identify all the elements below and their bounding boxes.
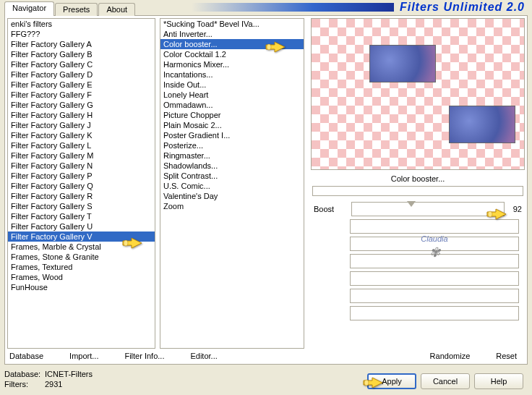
- boost-slider[interactable]: [351, 202, 505, 216]
- category-item[interactable]: Filter Factory Gallery B: [8, 49, 155, 59]
- filter-item[interactable]: Inside Out...: [160, 80, 304, 90]
- category-item[interactable]: Filter Factory Gallery T: [8, 211, 155, 221]
- category-item[interactable]: Filter Factory Gallery C: [8, 59, 155, 69]
- right-pane: Color booster... Boost 92 Claudia✾: [311, 18, 525, 344]
- footer-info: Database:ICNET-Filters Filters:2931: [4, 369, 93, 389]
- category-item[interactable]: Filter Factory Gallery P: [8, 171, 155, 181]
- filter-item[interactable]: Valentine's Day: [160, 191, 304, 201]
- filter-item[interactable]: Picture Chopper: [160, 110, 304, 120]
- category-item[interactable]: Frames, Stone & Granite: [8, 252, 155, 262]
- main-panel: enki's filtersFFG???Filter Factory Galle…: [4, 15, 528, 365]
- filters-count-label: Filters:: [4, 379, 45, 389]
- filter-item[interactable]: Ommadawn...: [160, 100, 304, 110]
- current-filter-name: Color booster...: [311, 170, 525, 184]
- footer: Database:ICNET-Filters Filters:2931 Appl…: [4, 366, 528, 395]
- editor-link[interactable]: Editor...: [190, 352, 217, 360]
- category-item[interactable]: Frames, Wood: [8, 272, 155, 282]
- randomize-link[interactable]: Randomize: [430, 352, 471, 360]
- category-item[interactable]: Filter Factory Gallery H: [8, 110, 155, 120]
- category-item[interactable]: FunHouse: [8, 282, 155, 292]
- watermark: Claudia✾: [402, 233, 467, 260]
- category-item[interactable]: Filter Factory Gallery R: [8, 191, 155, 201]
- filter-item[interactable]: *Sucking Toad* Bevel IVa...: [160, 19, 304, 29]
- category-item[interactable]: Filter Factory Gallery D: [8, 69, 155, 80]
- filter-item[interactable]: Plain Mosaic 2...: [160, 120, 304, 130]
- empty-slider: [350, 219, 519, 234]
- filter-item[interactable]: Lonely Heart: [160, 90, 304, 100]
- db-value: ICNET-Filters: [45, 370, 93, 378]
- category-item[interactable]: Filter Factory Gallery S: [8, 201, 155, 211]
- preview-image: [311, 18, 525, 170]
- tab-presets[interactable]: Presets: [55, 3, 98, 16]
- filter-item[interactable]: Posterize...: [160, 140, 304, 150]
- progress-bar: [312, 186, 523, 196]
- apply-button[interactable]: Apply: [367, 373, 416, 389]
- category-list[interactable]: enki's filtersFFG???Filter Factory Galle…: [7, 18, 155, 349]
- filter-item[interactable]: Color Cocktail 1.2: [160, 49, 304, 59]
- cancel-button[interactable]: Cancel: [421, 373, 470, 389]
- tab-about[interactable]: About: [98, 3, 135, 16]
- tabs-row: Navigator Presets About: [4, 1, 136, 16]
- filter-item[interactable]: U.S. Comic...: [160, 181, 304, 191]
- app-title: Filters Unlimited 2.0: [192, 0, 532, 14]
- filter-item[interactable]: Ringmaster...: [160, 150, 304, 161]
- category-item[interactable]: Filter Factory Gallery A: [8, 39, 155, 49]
- filters-count-value: 2931: [45, 380, 62, 388]
- category-item[interactable]: FFG???: [8, 29, 155, 39]
- empty-slider: [350, 289, 519, 303]
- empty-slider: [350, 306, 519, 320]
- category-item[interactable]: Filter Factory Gallery U: [8, 221, 155, 232]
- bottom-toolbar: Database Import... Filter Info... Editor…: [5, 348, 527, 364]
- filter-item[interactable]: Incantations...: [160, 69, 304, 80]
- category-item[interactable]: enki's filters: [8, 19, 155, 29]
- category-item[interactable]: Filter Factory Gallery K: [8, 130, 155, 140]
- filter-list[interactable]: *Sucking Toad* Bevel IVa...Anti Inverter…: [160, 18, 304, 349]
- category-item[interactable]: Filter Factory Gallery J: [8, 120, 155, 130]
- filter-item[interactable]: Zoom: [160, 201, 304, 211]
- category-item[interactable]: Filter Factory Gallery Q: [8, 181, 155, 191]
- preview-shape: [449, 106, 515, 143]
- empty-slider: [350, 271, 519, 286]
- category-item[interactable]: Filter Factory Gallery N: [8, 161, 155, 171]
- category-item[interactable]: Frames, Textured: [8, 262, 155, 272]
- filter-item[interactable]: Anti Inverter...: [160, 29, 304, 39]
- filter-info-link[interactable]: Filter Info...: [124, 352, 164, 360]
- filter-item[interactable]: Poster Gradient I...: [160, 130, 304, 140]
- database-link[interactable]: Database: [9, 352, 43, 360]
- filter-item[interactable]: Harmonics Mixer...: [160, 59, 304, 69]
- filter-item[interactable]: Color booster...: [160, 39, 304, 49]
- slider-label: Boost: [314, 205, 348, 213]
- footer-buttons: Apply Cancel Help: [367, 373, 523, 389]
- category-item[interactable]: Filter Factory Gallery F: [8, 90, 155, 100]
- category-item[interactable]: Filter Factory Gallery M: [8, 150, 155, 161]
- category-item[interactable]: Filter Factory Gallery L: [8, 140, 155, 150]
- tab-navigator[interactable]: Navigator: [4, 1, 54, 16]
- filter-item[interactable]: Shadowlands...: [160, 161, 304, 171]
- category-item[interactable]: Filter Factory Gallery V: [8, 232, 155, 242]
- filter-item[interactable]: Split Contrast...: [160, 171, 304, 181]
- db-label: Database:: [4, 369, 45, 379]
- empty-slider: Claudia✾: [350, 237, 519, 251]
- reset-link[interactable]: Reset: [496, 352, 517, 360]
- import-link[interactable]: Import...: [69, 352, 98, 360]
- category-item[interactable]: Filter Factory Gallery E: [8, 80, 155, 90]
- slider-thumb[interactable]: [407, 201, 416, 207]
- slider-row: Boost 92: [311, 200, 525, 218]
- category-item[interactable]: Frames, Marble & Crystal: [8, 242, 155, 252]
- category-item[interactable]: Filter Factory Gallery G: [8, 100, 155, 110]
- help-button[interactable]: Help: [474, 373, 523, 389]
- slider-value: 92: [507, 205, 522, 213]
- preview-shape: [369, 45, 436, 82]
